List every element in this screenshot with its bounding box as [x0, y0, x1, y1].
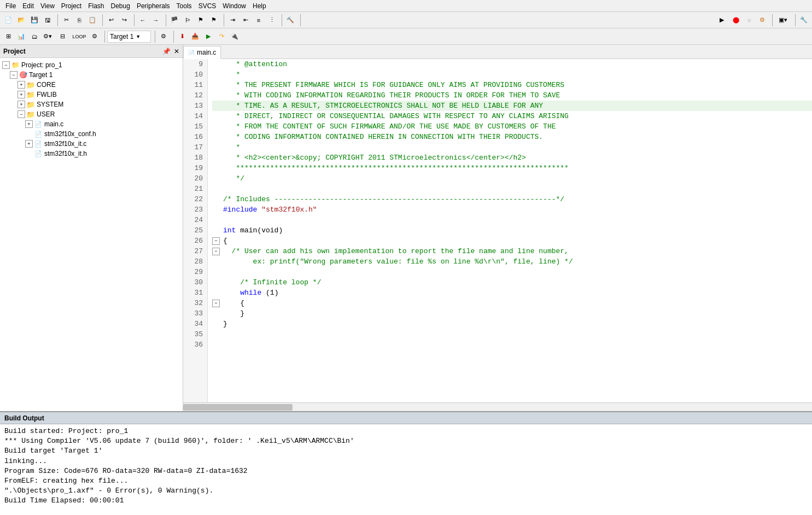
expand-core-icon[interactable]: +	[17, 81, 25, 89]
menu-peripherals[interactable]: Peripherals	[133, 1, 173, 11]
code-line-28: ex: printf("Wrong parameters value: file…	[212, 256, 812, 267]
menu-tools[interactable]: Tools	[173, 1, 195, 11]
cut-button[interactable]: ✂	[60, 14, 72, 26]
fold-marker-32[interactable]: −	[212, 300, 220, 307]
open-file-button[interactable]: 📂	[15, 14, 27, 26]
tb2-btn4[interactable]: ⚙▾	[42, 31, 54, 43]
menu-view[interactable]: View	[37, 1, 58, 11]
copy-button[interactable]: ⎘	[73, 14, 85, 26]
expand-main-c-icon[interactable]: +	[25, 120, 33, 128]
save-all-button[interactable]: 🖫	[42, 14, 54, 26]
target-dropdown-arrow: ▼	[136, 34, 141, 39]
redo-button[interactable]: ↪	[118, 14, 130, 26]
code-line-20: */	[212, 173, 812, 184]
file-main-c-icon: 📄	[34, 120, 43, 128]
save-button[interactable]: 💾	[28, 14, 40, 26]
bookmark3-button[interactable]: ⚑	[195, 14, 207, 26]
format1-button[interactable]: ≡	[253, 14, 265, 26]
menu-window[interactable]: Window	[219, 1, 249, 11]
tree-item-target1[interactable]: − 🎯 Target 1	[0, 70, 183, 80]
expand-target1-icon[interactable]: −	[10, 71, 17, 79]
expand-fwlib-icon[interactable]: +	[17, 91, 25, 98]
code-content[interactable]: * @attention * * THE PRESENT FIRMWARE WH…	[208, 59, 812, 402]
erase-button[interactable]: 📥	[189, 31, 201, 43]
bookmark2-button[interactable]: 🏳	[182, 14, 194, 26]
step-button[interactable]: ⚙	[756, 14, 768, 26]
tree-item-conf-h[interactable]: + 📄 stm32f10x_conf.h	[0, 129, 183, 139]
tb2-btn2[interactable]: 📊	[15, 31, 27, 43]
download-button[interactable]: ⬇	[176, 31, 188, 43]
pin-icon[interactable]: 📌	[162, 48, 171, 55]
code-editor[interactable]: 9101112131415161718192021222324252627282…	[183, 59, 812, 402]
bookmark1-button[interactable]: 🏴	[168, 14, 180, 26]
run-button[interactable]: ○	[743, 14, 755, 26]
debug-button[interactable]: ▶	[715, 14, 729, 26]
tab-main-c-label: main.c	[197, 49, 216, 56]
build-output-content[interactable]: Build started: Project: pro_1*** Using C…	[0, 424, 812, 515]
line-number-35: 35	[183, 329, 207, 340]
menu-project[interactable]: Project	[58, 1, 85, 11]
target-dropdown[interactable]: Target 1 ▼	[107, 31, 151, 43]
build-output-panel: Build Output Build started: Project: pro…	[0, 411, 812, 515]
tree-item-fwlib[interactable]: + 📁 FWLIB	[0, 90, 183, 100]
target-label: Target 1	[110, 33, 133, 40]
tree-item-user[interactable]: − 📁 USER	[0, 109, 183, 119]
tb2-btn6[interactable]: ⚙	[89, 31, 101, 43]
fold-marker-26[interactable]: −	[212, 237, 220, 245]
expand-user-icon[interactable]: −	[17, 110, 25, 118]
line-content-32: {	[223, 299, 244, 307]
settings-button[interactable]: 🔧	[798, 14, 810, 26]
tree-item-system[interactable]: + 📁 SYSTEM	[0, 100, 183, 109]
file-conf-h-icon: 📄	[34, 130, 43, 138]
menu-file[interactable]: File	[2, 1, 19, 11]
loop-button[interactable]: LOOP	[71, 31, 87, 43]
settings2-button[interactable]: ⚙	[157, 31, 170, 43]
project-header: Project 📌 ✕	[0, 45, 183, 58]
project-tree: − 📁 Project: pro_1 − 🎯 Target 1 + 📁 CORE…	[0, 58, 183, 411]
code-line-19: ****************************************…	[212, 163, 812, 173]
paste-button[interactable]: 📋	[86, 14, 98, 26]
window-button[interactable]: ▣▾	[775, 14, 791, 26]
connect-button[interactable]: 🔌	[229, 31, 241, 43]
expand-project-icon[interactable]: −	[2, 61, 10, 69]
expand-system-icon[interactable]: +	[17, 101, 25, 108]
folder-user-icon: 📁	[26, 110, 35, 119]
tree-item-project-root[interactable]: − 📁 Project: pro_1	[0, 60, 183, 70]
run2-button[interactable]: ▶	[202, 31, 214, 43]
tree-item-main-c[interactable]: + 📄 main.c	[0, 119, 183, 129]
main-c-label: main.c	[44, 120, 63, 128]
tree-item-it-c[interactable]: + 📄 stm32f10x_it.c	[0, 139, 183, 149]
new-file-button[interactable]: 📄	[2, 14, 14, 26]
fold-marker-27[interactable]: −	[212, 248, 220, 255]
line-number-34: 34	[183, 319, 207, 329]
menu-help[interactable]: Help	[249, 1, 270, 11]
code-line-29	[212, 267, 812, 277]
line-content-31: while (1)	[223, 289, 278, 297]
unindent-button[interactable]: ⇤	[239, 14, 252, 26]
expand-it-c-icon[interactable]: +	[25, 140, 33, 148]
line-number-17: 17	[183, 142, 207, 153]
horizontal-scrollbar[interactable]	[183, 402, 812, 411]
indent-button[interactable]: ⇥	[226, 14, 238, 26]
tree-item-it-h[interactable]: + 📄 stm32f10x_it.h	[0, 149, 183, 159]
undo-button[interactable]: ↩	[105, 14, 117, 26]
tb2-btn3[interactable]: 🗂	[28, 31, 40, 43]
menu-svcs[interactable]: SVCS	[195, 1, 220, 11]
menu-edit[interactable]: Edit	[19, 1, 37, 11]
close-icon[interactable]: ✕	[174, 48, 179, 55]
menu-flash[interactable]: Flash	[85, 1, 107, 11]
menu-bar: File Edit View Project Flash Debug Perip…	[0, 0, 812, 12]
nav-forward-button[interactable]: →	[150, 14, 162, 26]
tb2-btn5[interactable]: ⊟	[55, 31, 70, 43]
format2-button[interactable]: ⋮	[266, 14, 278, 26]
stop-button[interactable]: ⬤	[730, 14, 742, 26]
bookmark4-button[interactable]: ⚑	[208, 14, 220, 26]
tab-main-c[interactable]: 📄 main.c	[183, 46, 221, 59]
menu-debug[interactable]: Debug	[108, 1, 133, 11]
nav-back-button[interactable]: ←	[137, 14, 149, 26]
tb2-btn1[interactable]: ⊞	[2, 31, 14, 43]
step2-button[interactable]: ↷	[215, 31, 227, 43]
build-toolbar: ⊞ 📊 🗂 ⚙▾ ⊟ LOOP ⚙ Target 1 ▼ ⚙ ⬇ 📥 ▶ ↷ 🔌	[0, 28, 812, 45]
tree-item-core[interactable]: + 📁 CORE	[0, 80, 183, 90]
build-icon-button[interactable]: 🔨	[284, 14, 296, 26]
